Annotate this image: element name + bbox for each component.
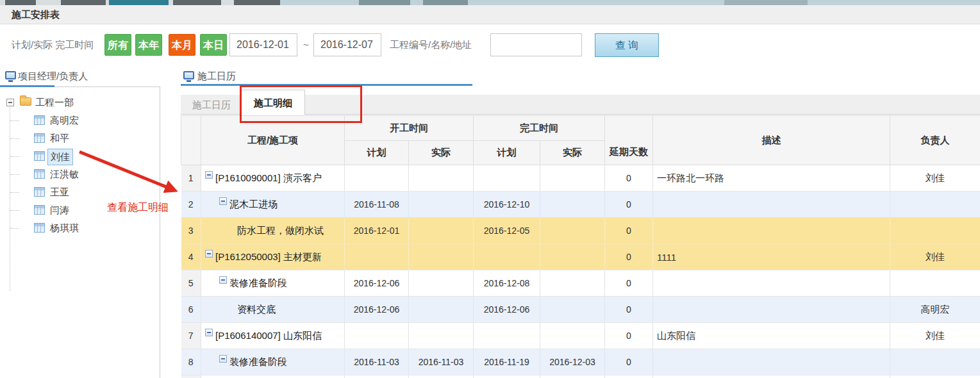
cell-date bbox=[540, 244, 605, 270]
cell-date bbox=[540, 297, 605, 323]
toolbar-fragment bbox=[173, 0, 221, 5]
time-filter-label: 计划/实际 完工时间 bbox=[12, 26, 94, 64]
cell-num: 3 bbox=[181, 218, 201, 244]
table-row[interactable]: 5装修准备阶段2016-12-062016-12-080 bbox=[181, 270, 980, 297]
cell-desc: 一环路北一环路 bbox=[653, 165, 890, 192]
cell-date bbox=[409, 165, 474, 192]
header-item[interactable]: 工程/施工项 bbox=[201, 116, 345, 165]
cell-date: 2016-11-08 bbox=[345, 192, 409, 218]
cell-delay: 0 bbox=[605, 218, 653, 244]
cell-date bbox=[540, 165, 605, 192]
cell-date bbox=[345, 323, 409, 349]
tree-node-label: 和平 bbox=[50, 129, 69, 147]
search-button[interactable]: 查 询 bbox=[595, 33, 659, 57]
table-row[interactable]: 1[P1610090001] 演示客户0一环路北一环路刘佳 bbox=[181, 165, 980, 192]
cell-date: 2016-11-19 bbox=[474, 349, 540, 375]
cell-item: 装修准备阶段 bbox=[201, 270, 345, 297]
tree-connector-stub bbox=[10, 228, 19, 229]
cell-date bbox=[540, 270, 605, 297]
keyword-input[interactable] bbox=[490, 33, 582, 56]
cell-owner bbox=[890, 375, 980, 378]
tree-node-manager[interactable]: 杨琪琪 bbox=[0, 219, 160, 237]
main-header: 施工日历 bbox=[181, 69, 980, 85]
table-row[interactable]: 6资料交底2016-12-062016-12-060高明宏 bbox=[181, 297, 980, 323]
cell-date bbox=[540, 375, 605, 378]
tree-node-label: 闫涛 bbox=[50, 201, 69, 219]
tree-node-manager[interactable]: 高明宏 bbox=[0, 111, 160, 129]
header-start-actual[interactable]: 实际 bbox=[409, 141, 474, 165]
sidebar-header-label: 项目经理/负责人 bbox=[18, 70, 88, 83]
cell-date: 2016-12-06 bbox=[474, 297, 540, 323]
quick-filter-button[interactable]: 本日 bbox=[200, 34, 227, 56]
cell-owner: 高明宏 bbox=[890, 297, 980, 323]
header-finish-plan[interactable]: 计划 bbox=[474, 141, 540, 165]
quick-filter-button[interactable]: 所有 bbox=[104, 34, 131, 56]
cell-date: 2016-12-03 bbox=[540, 349, 605, 375]
collapse-icon[interactable] bbox=[219, 197, 227, 205]
cell-desc: 1111 bbox=[653, 244, 890, 270]
title-bar: 施工安排表 bbox=[0, 5, 980, 24]
tree-connector-stub bbox=[10, 192, 19, 193]
toolbar-fragment bbox=[61, 0, 106, 5]
grid-icon bbox=[34, 205, 45, 215]
monitor-icon bbox=[183, 71, 194, 79]
cell-date: 2016-12-08 bbox=[474, 270, 540, 297]
cell-date bbox=[474, 323, 540, 349]
table-row[interactable]: 8装修准备阶段2016-11-032016-11-032016-11-19201… bbox=[181, 349, 980, 375]
cell-num bbox=[181, 375, 201, 378]
tree-node-label: 刘佳 bbox=[47, 149, 73, 165]
header-finish-time[interactable]: 完工时间 bbox=[474, 116, 605, 141]
quick-filter-button[interactable]: 本月 bbox=[169, 34, 195, 56]
cell-date bbox=[474, 165, 540, 192]
collapse-expand-icon[interactable] bbox=[6, 99, 14, 106]
table-row[interactable] bbox=[181, 375, 980, 378]
tab-construction-calendar[interactable]: 施工日历 bbox=[187, 95, 236, 115]
tree-root-node[interactable]: 工程一部 bbox=[0, 94, 160, 111]
cell-num: 4 bbox=[181, 244, 201, 270]
header-delay-days[interactable]: 延期天数 bbox=[605, 116, 653, 165]
header-finish-actual[interactable]: 实际 bbox=[540, 141, 605, 165]
cell-date bbox=[474, 375, 540, 378]
cell-item: 泥木工进场 bbox=[201, 192, 345, 218]
collapse-icon[interactable] bbox=[205, 329, 213, 336]
quick-filter-button[interactable]: 本年 bbox=[135, 34, 162, 56]
table-row[interactable]: 4[P1612050003] 主材更新01111刘佳 bbox=[181, 244, 980, 270]
toolbar-fragment bbox=[724, 0, 808, 5]
cell-owner: 刘佳 bbox=[890, 244, 980, 270]
date-range-separator: ~ bbox=[303, 26, 309, 64]
header-start-time[interactable]: 开工时间 bbox=[345, 116, 474, 141]
cell-date bbox=[409, 218, 474, 244]
cell-desc bbox=[653, 349, 890, 375]
cell-num: 8 bbox=[181, 349, 201, 375]
header-owner[interactable]: 负责人 bbox=[890, 116, 980, 165]
table-row[interactable]: 7[P1606140007] 山东阳信0山东阳信刘佳 bbox=[181, 323, 980, 349]
collapse-icon[interactable] bbox=[219, 355, 227, 363]
cell-desc bbox=[653, 270, 890, 297]
grid-icon bbox=[34, 223, 45, 233]
table-row[interactable]: 3防水工程，做闭水试2016-12-012016-12-050 bbox=[181, 218, 980, 244]
cell-owner bbox=[890, 192, 980, 218]
collapse-icon[interactable] bbox=[205, 171, 213, 179]
header-description[interactable]: 描述 bbox=[653, 116, 890, 165]
cell-date bbox=[345, 375, 409, 378]
tree-node-label: 王亚 bbox=[50, 183, 69, 201]
cell-date bbox=[540, 218, 605, 244]
collapse-icon[interactable] bbox=[219, 276, 227, 284]
toolbar-fragment bbox=[359, 0, 410, 5]
cell-item: [P1606140007] 山东阳信 bbox=[201, 323, 345, 349]
collapse-icon[interactable] bbox=[205, 250, 213, 258]
cell-date: 2016-11-03 bbox=[409, 349, 474, 375]
table-row[interactable]: 2泥木工进场2016-11-082016-12-100 bbox=[181, 192, 980, 218]
tree-connector-stub bbox=[10, 138, 19, 139]
sidebar-header: 项目经理/负责人 bbox=[0, 69, 160, 85]
annotation-arrow bbox=[72, 145, 194, 206]
date-to-input[interactable] bbox=[313, 33, 381, 56]
header-start-plan[interactable]: 计划 bbox=[345, 141, 409, 165]
cell-date bbox=[409, 297, 474, 323]
cell-desc bbox=[653, 375, 890, 378]
cell-num: 5 bbox=[181, 270, 201, 297]
toolbar-fragment bbox=[5, 0, 36, 5]
date-from-input[interactable] bbox=[229, 33, 297, 56]
cell-date bbox=[409, 192, 474, 218]
cell-date bbox=[409, 270, 474, 297]
